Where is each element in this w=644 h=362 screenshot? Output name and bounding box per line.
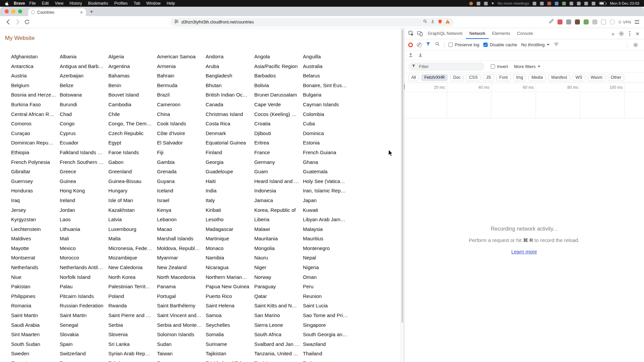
menubar-menu-help[interactable]: Help [164, 1, 178, 6]
extension-icon[interactable] [557, 19, 562, 24]
learn-more-link[interactable]: Learn more [511, 249, 537, 254]
disable-cache-checkbox[interactable] [483, 43, 488, 47]
extension-icon[interactable] [575, 19, 580, 24]
warning-icon[interactable] [445, 19, 450, 25]
extension-icon[interactable] [566, 19, 571, 24]
status-icon[interactable] [584, 2, 588, 5]
filter-chip-media[interactable]: Media [528, 74, 546, 81]
filter-chip-js[interactable]: JS [483, 74, 494, 81]
preserve-log-checkbox[interactable] [448, 43, 453, 47]
menubar-menu-history[interactable]: History [66, 1, 85, 6]
devtools-kebab-menu-icon[interactable] [627, 31, 632, 36]
zoom-icon[interactable] [423, 19, 428, 25]
filter-chip-fetch-xhr[interactable]: Fetch/XHR [421, 74, 448, 81]
devtools-close-icon[interactable]: × [634, 31, 641, 37]
browser-tab[interactable]: Countries × [28, 8, 86, 16]
download-icon[interactable] [430, 19, 435, 25]
menubar-status-text[interactable]: No more meetings [497, 1, 529, 5]
status-icon[interactable] [477, 2, 480, 5]
country-item: Belarus [303, 73, 352, 82]
tab-close-icon[interactable]: × [80, 10, 83, 15]
invert-toggle[interactable]: Invert [491, 64, 508, 69]
heart-icon[interactable]: ♥ [491, 1, 494, 5]
status-icon[interactable] [562, 2, 566, 5]
minimize-window-button[interactable] [11, 9, 15, 13]
status-icon[interactable] [555, 2, 558, 5]
status-icon[interactable] [484, 2, 488, 5]
filter-chip-wasm[interactable]: Wasm [588, 74, 605, 81]
url-bar[interactable]: d3hzn3tyfnt3th.cloudfront.net/countries [170, 18, 454, 26]
maximize-window-button[interactable] [18, 9, 22, 13]
battery-icon[interactable] [599, 2, 606, 5]
preserve-log-toggle[interactable]: Preserve log [448, 42, 479, 47]
back-button[interactable] [3, 17, 13, 27]
network-settings-gear-icon[interactable] [631, 41, 640, 49]
devtools-tab-graphql-network[interactable]: GraphQL Network [424, 28, 466, 39]
country-item: Cape Verde [254, 102, 303, 111]
status-icon[interactable] [592, 2, 595, 5]
menubar-menu-edit[interactable]: Edit [39, 1, 52, 6]
menubar-menu-profiles[interactable]: Profiles [111, 1, 131, 6]
menubar-menu-bookmarks[interactable]: Bookmarks [85, 1, 111, 6]
filter-chip-ws[interactable]: WS [573, 74, 585, 81]
reload-button[interactable] [22, 17, 32, 27]
extension-icon[interactable] [584, 19, 589, 24]
extension-icon[interactable] [592, 19, 597, 24]
menubar-clock[interactable]: Mon 9 Dec 23:03 [610, 1, 639, 5]
scrollbar-thumb[interactable] [401, 29, 403, 323]
filter-chip-img[interactable]: Img [513, 74, 526, 81]
menubar-menu-tab[interactable]: Tab [131, 1, 143, 6]
devtools-tab-network[interactable]: Network [466, 28, 489, 39]
filter-chip-css[interactable]: CSS [466, 74, 481, 81]
brave-shield-icon[interactable] [438, 19, 442, 25]
devtools-tab-console[interactable]: Console [514, 28, 536, 39]
close-window-button[interactable] [5, 9, 9, 13]
inspect-element-icon[interactable] [407, 29, 416, 38]
menubar-app-name[interactable]: Brave [14, 1, 25, 6]
record-network-log-button[interactable] [408, 43, 413, 47]
filter-chip-all[interactable]: All [408, 74, 419, 81]
filter-chip-manifest[interactable]: Manifest [548, 74, 570, 81]
filter-toggle-icon[interactable] [426, 42, 431, 48]
network-conditions-icon[interactable] [553, 42, 559, 48]
menubar-menu-window[interactable]: Window [143, 1, 164, 6]
status-icon[interactable] [533, 2, 536, 5]
country-item: Tokelau [108, 360, 157, 362]
forward-button[interactable] [13, 17, 22, 27]
country-item: French Guiana [303, 149, 352, 159]
more-filters-dropdown[interactable]: More filters [514, 64, 540, 69]
menubar-menu-file[interactable]: File [26, 1, 39, 6]
edit-pencil-icon[interactable] [549, 19, 554, 25]
more-tabs-icon[interactable]: » [610, 31, 616, 37]
recording-indicator-icon[interactable] [469, 2, 473, 5]
filter-chip-doc[interactable]: Doc [450, 74, 464, 81]
import-har-icon[interactable] [408, 52, 413, 59]
country-item: Cuba [303, 121, 352, 130]
site-settings-icon[interactable] [174, 19, 179, 25]
new-tab-button[interactable]: + [90, 9, 93, 14]
vpn-button[interactable]: VPN [619, 20, 631, 24]
apple-menu-icon[interactable] [5, 1, 9, 6]
device-toolbar-icon[interactable] [416, 29, 424, 38]
country-item: Jersey [11, 207, 60, 217]
invert-checkbox[interactable] [491, 64, 495, 69]
status-icon[interactable] [570, 2, 573, 5]
sidebar-icon[interactable] [601, 19, 606, 24]
throttling-dropdown[interactable]: No throttling [521, 42, 549, 47]
devtools-tab-elements[interactable]: Elements [489, 28, 514, 39]
devtools-settings-gear-icon[interactable] [617, 29, 626, 38]
filter-chip-other[interactable]: Other [608, 74, 624, 81]
export-har-icon[interactable] [418, 52, 423, 59]
clear-network-log-icon[interactable] [417, 43, 422, 47]
filter-chip-font[interactable]: Font [496, 74, 511, 81]
status-icon[interactable] [547, 2, 551, 5]
status-icon[interactable] [577, 2, 581, 5]
filter-input[interactable] [418, 64, 481, 69]
timeline-gridline: 80 ms [580, 83, 580, 118]
menubar-menu-view[interactable]: View [52, 1, 66, 6]
browser-menu-icon[interactable] [635, 20, 639, 24]
search-icon[interactable] [435, 42, 440, 48]
status-icon[interactable] [540, 2, 544, 5]
disable-cache-toggle[interactable]: Disable cache [483, 42, 517, 47]
history-icon[interactable] [610, 19, 615, 24]
